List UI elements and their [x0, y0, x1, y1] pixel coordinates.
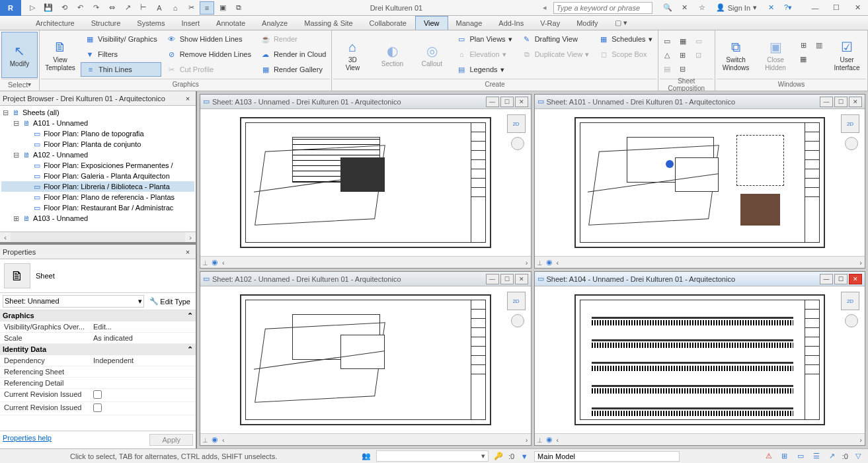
- search-arrow[interactable]: ◂: [543, 3, 548, 12]
- nav-wheel[interactable]: [845, 137, 858, 150]
- comm-icon[interactable]: ✕: [678, 1, 692, 15]
- design-option-selector[interactable]: [534, 451, 680, 462]
- worksets-icon[interactable]: 👥: [360, 450, 372, 462]
- s1-icon[interactable]: ⚠: [763, 450, 775, 462]
- right-arrow[interactable]: ›: [526, 259, 528, 267]
- fav-icon[interactable]: ☆: [695, 1, 709, 15]
- align-icon[interactable]: ↗: [120, 1, 135, 15]
- close-hidden-icon[interactable]: ▣: [216, 1, 230, 15]
- view-maximize-button[interactable]: ☐: [500, 274, 514, 284]
- view-minimize-button[interactable]: —: [486, 274, 499, 284]
- nav-cube[interactable]: 2D: [841, 292, 859, 310]
- tab-structure[interactable]: Structure: [83, 16, 130, 30]
- nav-wheel[interactable]: [845, 314, 858, 327]
- detail-icon[interactable]: ◉: [212, 258, 218, 267]
- rev-icon[interactable]: △: [660, 48, 674, 62]
- apply-button[interactable]: Apply: [149, 434, 193, 446]
- left-arrow[interactable]: ‹: [222, 259, 225, 267]
- drawing-canvas[interactable]: 2D: [200, 109, 531, 256]
- tree-node[interactable]: ⊞🗎A103 - Unnamed: [1, 213, 194, 224]
- drawing-canvas[interactable]: 2D: [200, 286, 531, 433]
- tab-more[interactable]: ▢ ▾: [607, 16, 636, 30]
- undo-icon[interactable]: ↶: [73, 1, 87, 15]
- close-button[interactable]: ✕: [847, 1, 868, 15]
- tree-node[interactable]: ▭Floor Plan: Restaurant Bar / Administra…: [1, 202, 194, 213]
- select-panel-label[interactable]: Select ▾: [1, 79, 38, 89]
- sign-in-button[interactable]: 👤 Sign In ▾: [712, 1, 761, 15]
- tab-modify[interactable]: Modify: [569, 16, 606, 30]
- nav-wheel[interactable]: [511, 314, 524, 327]
- minimize-button[interactable]: —: [805, 1, 826, 15]
- view-maximize-button[interactable]: ☐: [834, 274, 848, 284]
- switch-icon[interactable]: ⧉: [231, 1, 246, 15]
- s4-icon[interactable]: ☰: [810, 450, 822, 462]
- s6-icon[interactable]: ▽: [852, 450, 864, 462]
- detail-icon[interactable]: ◉: [546, 435, 553, 444]
- view-minimize-button[interactable]: —: [820, 274, 833, 284]
- viewref-icon[interactable]: ▤: [660, 62, 674, 75]
- 3d-view-button[interactable]: ⌂ 3D View: [333, 32, 372, 78]
- view-controlbar[interactable]: ⟂ ◉ ‹ ›: [200, 256, 531, 268]
- view3d-icon[interactable]: ⌂: [168, 1, 182, 15]
- tab-collaborate[interactable]: Collaborate: [362, 16, 415, 30]
- right-arrow[interactable]: ›: [859, 259, 862, 267]
- view-maximize-button[interactable]: ☐: [834, 97, 848, 107]
- type-selector[interactable]: Sheet: Unnamed ▾: [3, 295, 144, 308]
- exchange-icon[interactable]: ✕: [764, 1, 778, 15]
- render-gallery-button[interactable]: ▦Render Gallery: [256, 62, 331, 77]
- tab-architecture[interactable]: Architecture: [28, 16, 83, 30]
- right-arrow[interactable]: ›: [526, 436, 528, 444]
- filters-button[interactable]: ▼Filters: [81, 47, 161, 62]
- replicate-icon[interactable]: ⊞: [796, 38, 810, 52]
- view-titlebar[interactable]: ▭ Sheet: A104 - Unnamed - Drei Kulturen …: [535, 272, 865, 286]
- prop-row[interactable]: DependencyIndependent: [0, 355, 196, 366]
- nav-cube[interactable]: 2D: [507, 292, 526, 310]
- s3-icon[interactable]: ▭: [795, 450, 807, 462]
- visibility-graphics-button[interactable]: ▦Visibility/ Graphics: [81, 32, 161, 46]
- sheet-icon[interactable]: ▭: [660, 34, 674, 48]
- view-titlebar[interactable]: ▭ Sheet: A103 - Unnamed - Drei Kulturen …: [200, 95, 531, 109]
- detail-icon[interactable]: ◉: [546, 258, 553, 267]
- at-icon[interactable]: 🔍: [660, 1, 675, 15]
- tree-node[interactable]: ▭Floor Plan: Planta de conjunto: [1, 139, 194, 149]
- drawing-canvas[interactable]: 2D: [535, 109, 865, 256]
- maximize-button[interactable]: ☐: [826, 1, 847, 15]
- render-cloud-button[interactable]: ☁Render in Cloud: [256, 47, 331, 62]
- dim-icon[interactable]: ⊢: [136, 1, 151, 15]
- thin-lines-button[interactable]: ≡Thin Lines: [81, 62, 161, 77]
- guide-icon[interactable]: ⊞: [676, 48, 690, 62]
- scale-icon[interactable]: ⟂: [537, 259, 542, 267]
- browser-scrollbar[interactable]: ‹ ›: [0, 232, 196, 242]
- expand-icon[interactable]: ⊟: [12, 119, 20, 128]
- view-maximize-button[interactable]: ☐: [500, 97, 514, 107]
- prop-row[interactable]: Current Revision Issued: [0, 402, 196, 415]
- matchline-icon[interactable]: ⊟: [676, 62, 690, 75]
- view-minimize-button[interactable]: —: [486, 97, 499, 107]
- save-icon[interactable]: 💾: [41, 1, 56, 15]
- view-templates-button[interactable]: 🗎 View Templates: [41, 32, 79, 78]
- nav-wheel[interactable]: [511, 137, 524, 150]
- s2-icon[interactable]: ⊞: [779, 450, 791, 462]
- view-controlbar[interactable]: ⟂ ◉ ‹ ›: [200, 433, 531, 445]
- prop-row[interactable]: ScaleAs indicated: [0, 333, 196, 344]
- edit-type-button[interactable]: 🔧 Edit Type: [147, 296, 193, 307]
- filter-icon[interactable]: ▼: [518, 450, 530, 462]
- view-titlebar[interactable]: ▭ Sheet: A102 - Unnamed - Drei Kulturen …: [200, 272, 531, 286]
- nav-cube[interactable]: 2D: [841, 114, 859, 133]
- tile-icon[interactable]: ▦: [796, 52, 810, 65]
- tree-node[interactable]: ▭Floor Plan: Libreria / Biblioteca - Pla…: [1, 181, 194, 192]
- prop-row[interactable]: Referencing Sheet: [0, 366, 196, 378]
- left-arrow[interactable]: ‹: [557, 436, 559, 444]
- tab-annotate[interactable]: Annotate: [208, 16, 254, 30]
- scale-icon[interactable]: ⟂: [203, 436, 208, 444]
- view-close-button[interactable]: ✕: [849, 274, 862, 284]
- redo-icon[interactable]: ↷: [89, 1, 103, 15]
- plan-views-button[interactable]: ▭Plan Views ▾: [452, 32, 516, 46]
- properties-help-link[interactable]: Properties help: [3, 434, 52, 446]
- editable-icon[interactable]: 🔑: [493, 450, 504, 462]
- schedules-button[interactable]: ▦Schedules ▾: [594, 32, 656, 46]
- remove-hidden-button[interactable]: ⊘Remove Hidden Lines: [163, 47, 255, 62]
- tab-v-ray[interactable]: V-Ray: [532, 16, 569, 30]
- left-arrow[interactable]: ‹: [557, 259, 559, 267]
- match-icon[interactable]: ⊡: [691, 48, 706, 62]
